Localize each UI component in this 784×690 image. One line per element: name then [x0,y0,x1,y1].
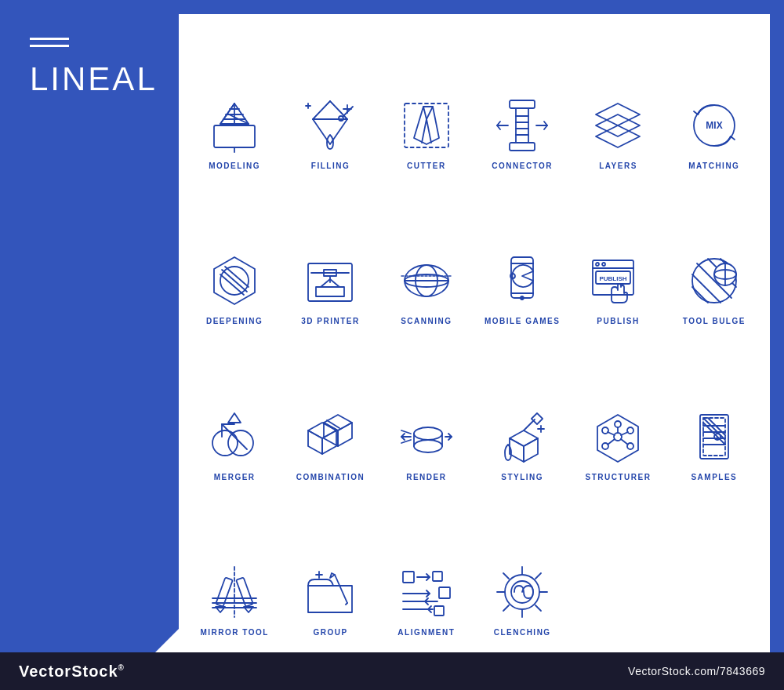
cutter-icon [395,94,458,157]
icon-cell-merger: MERGER [187,333,282,489]
svg-point-89 [414,427,442,440]
svg-point-90 [414,440,442,452]
svg-rect-145 [439,587,450,598]
svg-line-152 [535,605,541,611]
svg-line-87 [324,423,336,430]
mirrortool-icon [203,561,266,623]
icon-cell-cutter: CUTTER [379,22,474,178]
icon-cell-matching: MIX MATCHING [666,22,762,178]
layers-icon [586,94,649,157]
svg-line-113 [621,432,628,435]
svg-rect-20 [405,104,448,147]
combination-label: COMBINATION [296,473,365,481]
icons-grid: MODELING [187,22,762,645]
clenching-icon [491,561,554,623]
decorative-lines [30,38,163,47]
svg-line-42 [222,270,247,292]
deepening-label: DEEPENING [206,317,263,325]
styling-icon [491,405,554,468]
svg-rect-50 [316,287,344,296]
svg-rect-27 [510,143,535,151]
icon-cell-toolbulge: TOOL BULGE [666,178,762,334]
mirrortool-label: MIRROR TOOL [200,628,268,637]
3dprinter-label: 3D PRINTER [301,317,359,325]
svg-marker-104 [597,415,638,462]
svg-line-44 [220,274,244,295]
svg-marker-99 [510,438,524,462]
alignment-icon [395,561,458,623]
filling-label: FILLING [311,162,350,170]
svg-line-25 [426,119,431,143]
svg-rect-28 [516,108,528,143]
icon-cell-structurer: STRUCTURER [570,333,666,489]
svg-point-19 [339,116,343,121]
icon-cell-clenching: CLENCHING [474,489,570,645]
merger-icon [203,405,266,468]
3dprinter-icon [299,249,361,312]
mobilegames-icon [491,249,554,312]
clenching-label: CLENCHING [494,628,551,637]
icon-cell-layers: LAYERS [570,22,666,178]
svg-rect-127 [216,577,233,606]
svg-line-154 [503,605,509,611]
svg-line-6 [220,104,234,124]
right-panel: MODELING [179,14,770,652]
icon-cell-modeling: MODELING [187,22,282,178]
svg-text:PUBLISH: PUBLISH [600,275,627,282]
publish-label: PUBLISH [597,317,639,325]
samples-label: SAMPLES [691,473,737,481]
icon-cell-mirrortool: MIRROR TOOL [187,489,282,645]
svg-line-115 [621,439,628,445]
brand-title: LINEAL [30,61,163,97]
icon-cell-combination: COMBINATION [282,333,378,489]
svg-marker-21 [414,107,439,144]
main-wrapper: LINEAL [0,0,784,690]
icon-cell-3dprinter: 3D PRINTER [282,178,378,334]
matching-label: MATCHING [688,162,739,170]
svg-line-77 [222,424,247,449]
svg-rect-26 [510,100,535,108]
footer-bar: VectorStock® VectorStock.com/7843669 [0,652,784,690]
merger-label: MERGER [214,473,256,481]
svg-marker-83 [308,430,322,454]
svg-line-134 [335,575,347,603]
structurer-icon [586,405,649,468]
svg-rect-129 [236,577,253,606]
svg-line-114 [608,439,615,445]
icon-cell-scanning: SCANNING [379,178,474,334]
svg-rect-139 [403,572,414,583]
svg-marker-97 [510,430,538,446]
icon-cell-connector: CONNECTOR [474,22,570,178]
combination-icon [299,405,361,468]
toolbulge-label: TOOL BULGE [683,317,746,325]
svg-marker-98 [524,438,538,462]
svg-point-78 [212,430,238,456]
svg-rect-101 [532,412,543,423]
icon-cell-filling: FILLING [282,22,378,178]
svg-line-12 [313,101,330,119]
cutter-label: CUTTER [407,162,446,170]
icon-cell-deepening: DEEPENING [187,178,282,334]
icon-cell-publish: PUBLISH PUBLISH [570,178,666,334]
svg-marker-135 [330,573,335,578]
svg-line-153 [535,573,541,579]
group-icon [299,561,361,623]
matching-icon: MIX [683,94,746,157]
svg-line-96 [401,440,411,443]
svg-line-24 [422,119,426,143]
svg-rect-146 [434,606,444,616]
publish-icon: PUBLISH [586,249,649,312]
render-icon [395,405,458,468]
scanning-label: SCANNING [401,317,452,325]
icon-cell-alignment: ALIGNMENT [379,489,474,645]
svg-text:MIX: MIX [706,120,722,131]
corner-decoration [155,629,179,652]
left-panel: LINEAL [14,14,179,652]
svg-point-64 [596,263,599,266]
svg-line-43 [225,267,249,287]
footer-url: VectorStock.com/7843669 [628,665,765,677]
scanning-icon [395,249,458,312]
line-2 [30,45,69,47]
icon-cell-render: RENDER [379,333,474,489]
render-label: RENDER [406,473,446,481]
